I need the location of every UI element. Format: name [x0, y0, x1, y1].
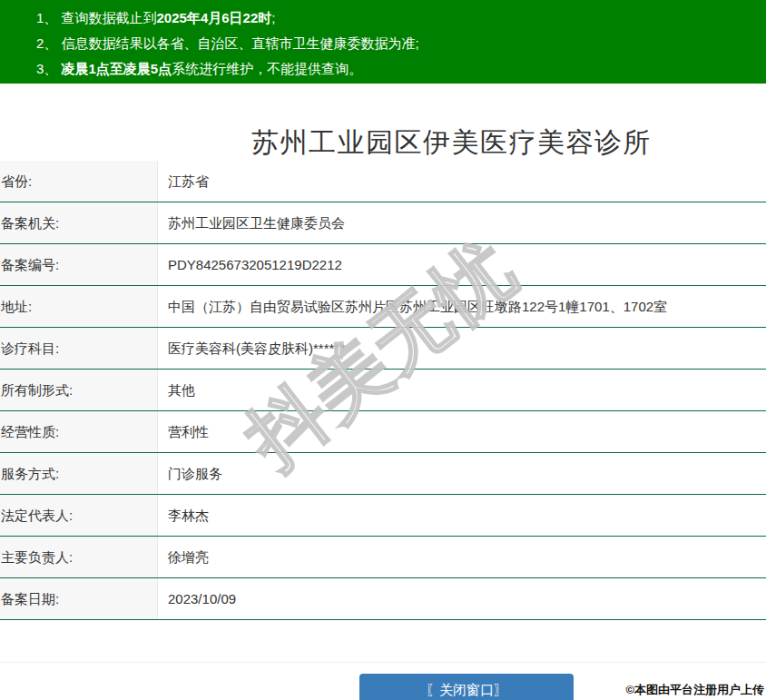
notice-line: 1、 查询数据截止到2025年4月6日22时; [36, 5, 757, 31]
notice-text: 系统进行维护，不能提供查询。 [172, 61, 362, 76]
field-label: 服务方式: [0, 453, 158, 494]
table-row: 备案编号:PDY84256732051219D2212 [0, 244, 766, 286]
field-label: 诊疗科目: [0, 328, 158, 369]
notice-list: 1、 查询数据截止到2025年4月6日22时;2、 信息数据结果以各省、自治区、… [36, 5, 757, 82]
table-row: 地址:中国（江苏）自由贸易试验区苏州片区苏州工业园区旺墩路122号1幢1701、… [0, 286, 766, 328]
field-label: 备案机关: [0, 202, 158, 243]
field-value: 徐增亮 [158, 537, 766, 577]
field-label: 地址: [0, 286, 158, 327]
image-attribution: ©本图由平台注册用户上传 [625, 682, 764, 698]
record-table: 省份:江苏省备案机关:苏州工业园区卫生健康委员会备案编号:PDY84256732… [0, 161, 766, 620]
field-label: 所有制形式: [0, 370, 158, 410]
notice-line: 3、 凌晨1点至凌晨5点系统进行维护，不能提供查询。 [36, 56, 757, 82]
close-window-button[interactable]: 〖关闭窗口〗 [359, 674, 574, 700]
page-title: 苏州工业园区伊美医疗美容诊所 [251, 125, 652, 160]
table-row: 备案机关:苏州工业园区卫生健康委员会 [0, 202, 766, 244]
notice-banner: 1、 查询数据截止到2025年4月6日22时;2、 信息数据结果以各省、自治区、… [0, 0, 766, 84]
table-row: 经营性质:营利性 [0, 411, 766, 453]
table-row: 诊疗科目:医疗美容科(美容皮肤科)****** [0, 328, 766, 370]
field-value: 2023/10/09 [158, 578, 766, 619]
notice-text: 3、 [36, 61, 62, 76]
table-row: 所有制形式:其他 [0, 370, 766, 411]
notice-text: 1、 查询数据截止到 [36, 10, 157, 25]
notice-text: 2、 信息数据结果以各省、自治区、直辖市卫生健康委数据为准; [36, 35, 419, 51]
notice-text: 2025年4月6日22时 [157, 10, 272, 25]
table-row: 服务方式:门诊服务 [0, 453, 766, 495]
field-value: 门诊服务 [158, 453, 766, 494]
field-value: 其他 [158, 370, 766, 410]
field-value: 江苏省 [158, 161, 766, 202]
table-row: 省份:江苏省 [0, 161, 766, 202]
field-value: 营利性 [158, 411, 766, 452]
field-value: PDY84256732051219D2212 [158, 244, 766, 285]
table-row: 备案日期:2023/10/09 [0, 578, 766, 620]
field-label: 主要负责人: [0, 537, 158, 577]
field-value: 中国（江苏）自由贸易试验区苏州片区苏州工业园区旺墩路122号1幢1701、170… [158, 286, 766, 327]
table-row: 主要负责人:徐增亮 [0, 537, 766, 578]
field-label: 法定代表人: [0, 495, 158, 536]
notice-text: 凌晨1点至凌晨5点 [62, 61, 172, 76]
table-row: 法定代表人:李林杰 [0, 495, 766, 537]
field-value: 医疗美容科(美容皮肤科)****** [158, 328, 766, 369]
page: 1、 查询数据截止到2025年4月6日22时;2、 信息数据结果以各省、自治区、… [0, 0, 766, 700]
field-value: 苏州工业园区卫生健康委员会 [158, 202, 766, 243]
footer-divider [0, 662, 766, 663]
notice-text: ; [271, 10, 275, 25]
field-label: 备案日期: [0, 578, 158, 619]
field-label: 备案编号: [0, 244, 158, 285]
field-label: 省份: [0, 161, 158, 202]
field-value: 李林杰 [158, 495, 766, 536]
notice-line: 2、 信息数据结果以各省、自治区、直辖市卫生健康委数据为准; [36, 31, 757, 56]
field-label: 经营性质: [0, 411, 158, 452]
